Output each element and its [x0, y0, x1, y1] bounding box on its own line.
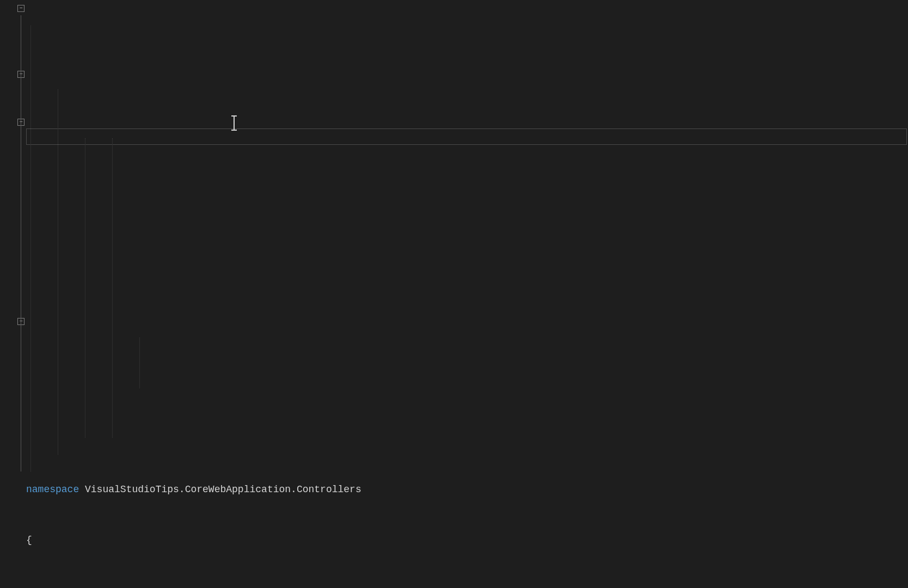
indent-guide — [139, 338, 140, 388]
indent-guide — [112, 138, 113, 438]
indent-guide — [58, 89, 58, 455]
brace: { — [26, 535, 32, 546]
text-cursor-icon — [234, 117, 235, 130]
indent-guide — [85, 138, 85, 438]
fold-toggle-namespace[interactable] — [17, 5, 24, 12]
namespace-name: VisualStudioTips.CoreWebApplication.Cont… — [79, 484, 361, 495]
code-editor[interactable]: namespace VisualStudioTips.CoreWebApplic… — [0, 0, 908, 588]
outline-guide — [21, 15, 21, 471]
code-line[interactable]: namespace VisualStudioTips.CoreWebApplic… — [26, 481, 908, 498]
current-line-highlight — [26, 128, 907, 145]
code-line[interactable]: { — [26, 532, 908, 549]
indent-guide — [30, 26, 31, 471]
keyword: namespace — [26, 484, 79, 495]
